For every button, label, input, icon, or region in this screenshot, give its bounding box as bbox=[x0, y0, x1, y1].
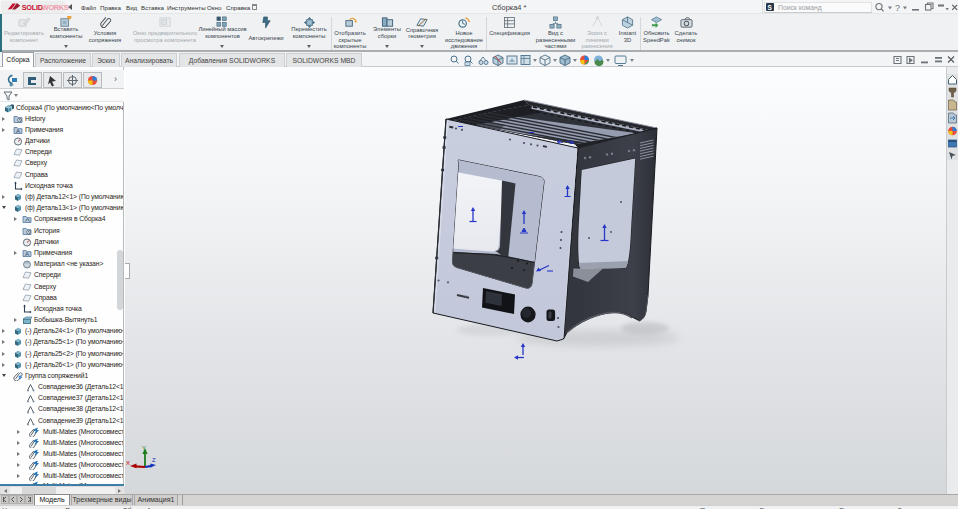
svg-text:A: A bbox=[25, 251, 29, 257]
svg-text:Y: Y bbox=[142, 445, 146, 451]
svg-text:WORKS: WORKS bbox=[42, 3, 69, 12]
svg-text:?: ? bbox=[895, 3, 900, 13]
svg-text:Z: Z bbox=[152, 457, 156, 463]
svg-text:SOLID: SOLID bbox=[22, 3, 43, 12]
svg-text:A: A bbox=[16, 128, 20, 134]
svg-text:X: X bbox=[126, 460, 130, 466]
